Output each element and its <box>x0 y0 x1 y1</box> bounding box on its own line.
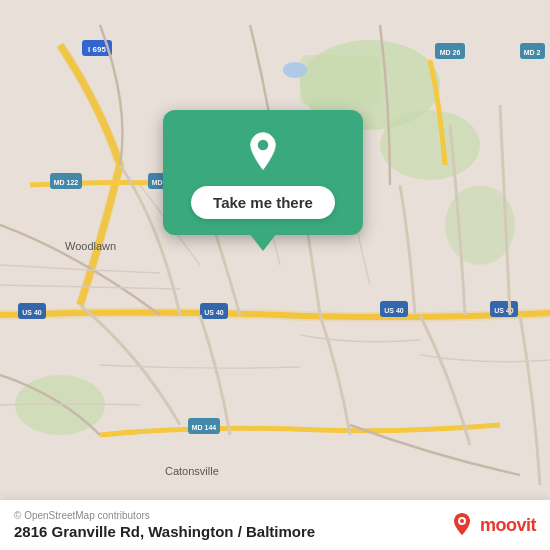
svg-text:US 40: US 40 <box>204 309 224 316</box>
moovit-brand-text: moovit <box>480 515 536 536</box>
popup-card: Take me there <box>163 110 363 235</box>
svg-point-2 <box>380 110 480 180</box>
svg-text:MD 122: MD 122 <box>54 179 79 186</box>
svg-point-30 <box>258 140 269 151</box>
address-text: 2816 Granville Rd, Washington / Baltimor… <box>14 523 315 540</box>
svg-text:US 40: US 40 <box>384 307 404 314</box>
location-pin <box>239 128 287 176</box>
take-me-there-button[interactable]: Take me there <box>191 186 335 219</box>
svg-text:MD 2: MD 2 <box>524 49 541 56</box>
svg-text:I 695: I 695 <box>88 45 106 54</box>
bottom-bar: © OpenStreetMap contributors 2816 Granvi… <box>0 500 550 550</box>
svg-text:MD 144: MD 144 <box>192 424 217 431</box>
svg-text:US 40: US 40 <box>22 309 42 316</box>
svg-point-32 <box>460 519 464 523</box>
svg-rect-5 <box>300 55 380 105</box>
svg-text:MD 26: MD 26 <box>440 49 461 56</box>
moovit-icon <box>448 511 476 539</box>
map-container: I 695 MD 122 MD 122 US 40 US 40 US 40 US… <box>0 0 550 550</box>
svg-text:Woodlawn: Woodlawn <box>65 240 116 252</box>
osm-credit: © OpenStreetMap contributors <box>14 510 315 521</box>
svg-rect-0 <box>0 25 550 525</box>
svg-point-6 <box>283 62 307 78</box>
moovit-logo: moovit <box>448 511 536 539</box>
bottom-left: © OpenStreetMap contributors 2816 Granvi… <box>14 510 315 540</box>
svg-text:Catonsville: Catonsville <box>165 465 219 477</box>
